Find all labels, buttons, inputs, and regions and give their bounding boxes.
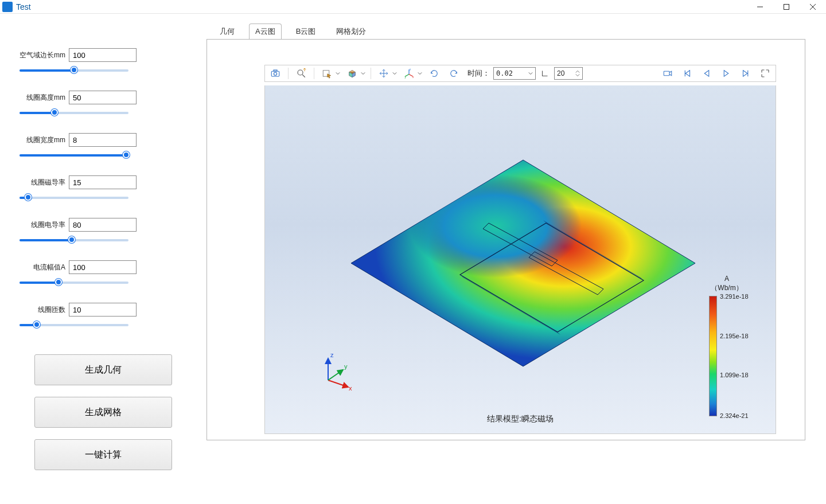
param-label: 线圈匝数 <box>20 305 65 315</box>
close-button[interactable] <box>800 0 826 14</box>
viewport-toolbar: zxy 时间： 0.02 20 <box>264 65 776 82</box>
step-forward-icon[interactable] <box>738 67 754 80</box>
pan-icon <box>376 67 392 80</box>
param-label: 线圈磁导率 <box>20 178 65 187</box>
tab-a-plot[interactable]: A云图 <box>249 24 282 39</box>
svg-text:z: z <box>410 68 411 71</box>
param-group: 电流幅值A <box>20 260 187 287</box>
param-group: 线圈宽度mm <box>20 133 187 159</box>
content-area: 几何 A云图 B云图 网格划分 <box>206 14 826 504</box>
param-label: 线圈电导率 <box>20 220 65 230</box>
pan-dropdown[interactable] <box>376 67 398 80</box>
chevron-down-icon <box>360 67 366 80</box>
axis-view-dropdown[interactable]: zxy <box>401 67 423 80</box>
param-slider[interactable] <box>20 236 128 244</box>
axis-triad: z x y <box>317 351 357 393</box>
colorbar-tick: 2.324e-21 <box>720 412 749 419</box>
param-slider[interactable] <box>20 194 128 202</box>
generate-geometry-button[interactable]: 生成几何 <box>34 354 172 385</box>
selection-mode-dropdown[interactable] <box>319 67 341 80</box>
record-icon[interactable] <box>660 67 676 80</box>
step-back-icon[interactable] <box>699 67 715 80</box>
main-area: 空气域边长mm 线圈高度mm 线圈宽度mm <box>0 14 826 504</box>
play-icon[interactable] <box>718 67 734 80</box>
colorbar-tick: 1.099e-18 <box>720 372 749 378</box>
axis-icon: zxy <box>401 67 417 80</box>
param-input[interactable] <box>69 133 137 147</box>
param-group: 线圈磁导率 <box>20 175 187 202</box>
svg-line-18 <box>328 380 348 387</box>
param-label: 线圈高度mm <box>20 93 65 103</box>
app-logo-icon <box>2 2 13 12</box>
svg-text:x: x <box>349 385 352 392</box>
spinner-arrows <box>575 70 580 77</box>
time-label: 时间： <box>467 68 490 79</box>
minimize-button[interactable] <box>747 0 773 14</box>
parameters-panel: 空气域边长mm 线圈高度mm 线圈宽度mm <box>0 14 206 504</box>
expand-icon[interactable] <box>757 67 773 80</box>
param-group: 线圈匝数 <box>20 303 187 329</box>
param-slider[interactable] <box>20 321 128 329</box>
chevron-down-icon <box>417 67 423 80</box>
param-group: 线圈高度mm <box>20 91 187 117</box>
param-input[interactable] <box>69 303 137 317</box>
param-label: 电流幅值A <box>20 263 65 272</box>
3d-viewport[interactable]: z x y A （Wb/m） 3.291e-182.195e-181.099e-… <box>264 85 776 434</box>
chevron-down-icon <box>528 71 533 76</box>
svg-text:z: z <box>330 351 334 358</box>
render-mode-dropdown[interactable] <box>344 67 366 80</box>
rotate-cw-icon[interactable] <box>446 67 462 80</box>
plot-tabs: 几何 A云图 B云图 网格划分 <box>206 24 826 39</box>
param-input[interactable] <box>69 260 137 274</box>
svg-rect-3 <box>274 70 277 71</box>
rotate-ccw-icon[interactable] <box>426 67 442 80</box>
param-slider[interactable] <box>20 67 128 75</box>
time-value: 0.02 <box>496 69 513 77</box>
tab-geometry[interactable]: 几何 <box>213 24 241 39</box>
svg-text:x: x <box>412 76 414 79</box>
tab-mesh[interactable]: 网格划分 <box>330 24 372 39</box>
colorbar-strip: 3.291e-182.195e-181.099e-182.324e-21 <box>709 296 717 416</box>
compute-button[interactable]: 一键计算 <box>34 439 172 470</box>
render-surface <box>345 154 701 395</box>
svg-point-4 <box>298 70 303 75</box>
param-label: 空气域边长mm <box>20 50 65 60</box>
param-input[interactable] <box>69 218 137 232</box>
cube-icon <box>344 67 360 80</box>
svg-marker-11 <box>351 160 695 366</box>
chevron-down-icon <box>335 67 341 80</box>
plot-panel: zxy 时间： 0.02 20 <box>206 39 805 440</box>
frame-value: 20 <box>557 69 564 77</box>
param-slider[interactable] <box>20 279 128 287</box>
colorbar: A （Wb/m） 3.291e-182.195e-181.099e-182.32… <box>695 275 758 416</box>
svg-point-2 <box>274 72 276 75</box>
param-input[interactable] <box>69 48 137 62</box>
frame-spinner[interactable]: 20 <box>554 67 583 80</box>
title-bar: Test <box>0 0 826 14</box>
svg-rect-0 <box>784 5 789 10</box>
window-controls <box>747 0 826 14</box>
skip-start-icon[interactable] <box>679 67 695 80</box>
maximize-button[interactable] <box>773 0 800 14</box>
svg-text:y: y <box>344 363 348 370</box>
snapshot-icon[interactable] <box>267 67 283 80</box>
generate-mesh-button[interactable]: 生成网格 <box>34 397 172 428</box>
colorbar-tick: 2.195e-18 <box>720 333 749 339</box>
right-angle-icon[interactable] <box>539 67 551 80</box>
param-group: 空气域边长mm <box>20 48 187 75</box>
param-group: 线圈电导率 <box>20 218 187 244</box>
svg-line-19 <box>328 370 343 380</box>
param-slider[interactable] <box>20 151 128 159</box>
tab-b-plot[interactable]: B云图 <box>290 24 322 39</box>
plot-caption: 结果模型:瞬态磁场 <box>487 414 554 424</box>
param-label: 线圈宽度mm <box>20 135 65 145</box>
param-input[interactable] <box>69 91 137 104</box>
window-title: Test <box>16 2 31 11</box>
param-slider[interactable] <box>20 109 128 117</box>
colorbar-title: A （Wb/m） <box>695 275 758 292</box>
time-select[interactable]: 0.02 <box>493 67 536 80</box>
selection-icon <box>319 67 335 80</box>
param-input[interactable] <box>69 175 137 189</box>
zoom-icon[interactable] <box>293 67 309 80</box>
chevron-down-icon <box>392 67 398 80</box>
